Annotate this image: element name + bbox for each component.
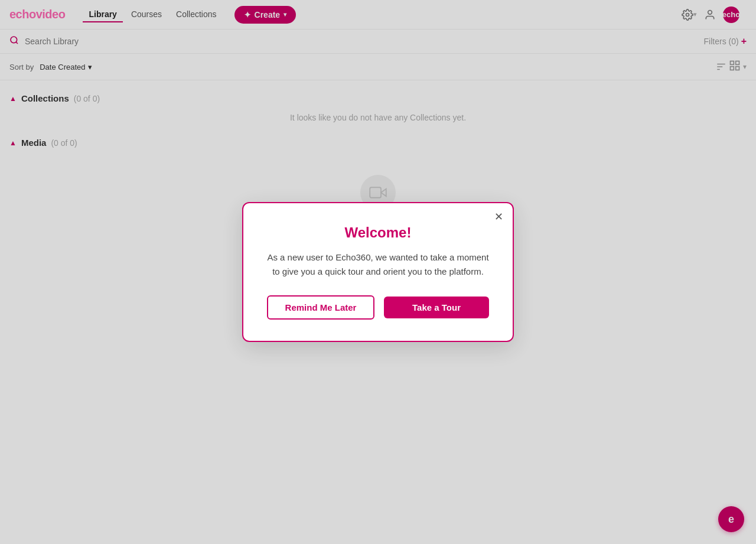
modal-overlay: ✕ Welcome! As a new user to Echo360, we … bbox=[0, 0, 756, 278]
welcome-modal: ✕ Welcome! As a new user to Echo360, we … bbox=[242, 202, 514, 278]
modal-close-button[interactable]: ✕ bbox=[494, 211, 503, 222]
modal-body: As a new user to Echo360, we wanted to t… bbox=[267, 250, 489, 278]
modal-title: Welcome! bbox=[267, 224, 489, 241]
